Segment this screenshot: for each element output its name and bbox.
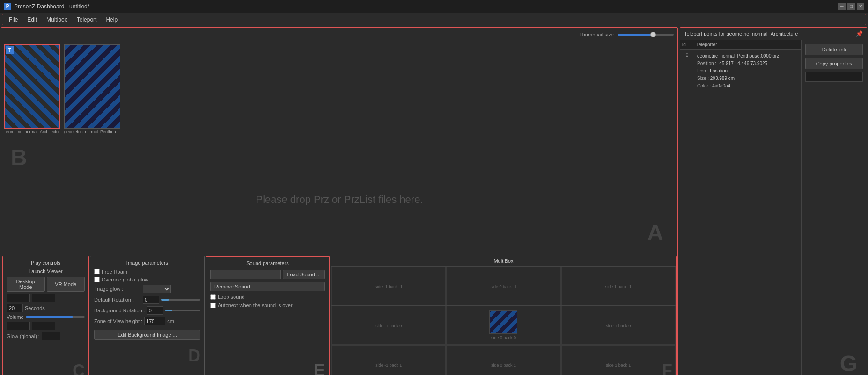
input-field-4[interactable] xyxy=(32,322,55,330)
image-glow-select[interactable] xyxy=(143,285,171,293)
menu-help[interactable]: Help xyxy=(101,15,122,24)
multibox-cell-7[interactable]: side 0 back 1 xyxy=(446,345,560,375)
free-roam-label: Free Roam xyxy=(102,269,127,274)
zone-view-input[interactable] xyxy=(144,317,165,325)
multibox-label-7: side 0 back 1 xyxy=(491,363,516,368)
teleport-panel-title: Teleport points for geometric_normal_Arc… xyxy=(684,31,798,36)
position-value: 45.917 14.446 73.9025 xyxy=(719,61,767,66)
remove-sound-button[interactable]: Remove Sound xyxy=(210,282,325,291)
panel-f: MultiBox side -1 back -1 side 0 back -1 … xyxy=(331,256,677,375)
color-label: Color : xyxy=(697,83,712,88)
multibox-cell-0[interactable]: side -1 back -1 xyxy=(331,267,446,305)
thumbnail-image-0[interactable]: T xyxy=(4,44,60,129)
multibox-cell-3[interactable]: side -1 back 0 xyxy=(331,306,446,345)
teleport-filename: geometric_normal_Penthouse.0000.prz xyxy=(697,52,798,60)
drop-zone[interactable]: Please drop Prz or PrzList files here. B… xyxy=(1,144,677,255)
minimize-button[interactable]: ─ xyxy=(838,3,846,10)
teleport-extra-input[interactable] xyxy=(805,72,863,82)
menu-teleport[interactable]: Teleport xyxy=(72,15,102,24)
thumbnail-item-0[interactable]: T eometric_normal_Architectu xyxy=(4,44,60,134)
content-area: Thumbnail size T eometric_normal_Archite… xyxy=(0,26,868,375)
multibox-label-5: side 1 back 0 xyxy=(606,324,631,328)
vr-mode-button[interactable]: VR Mode xyxy=(47,277,85,292)
loop-sound-label: Loop sound xyxy=(218,294,245,300)
thumbnail-size-slider[interactable] xyxy=(618,34,674,36)
copy-properties-button[interactable]: Copy properties xyxy=(805,58,863,69)
right-panel-content: id Teleporter 0 geometric_normal_Penthou… xyxy=(680,40,867,375)
global-glow-input[interactable] xyxy=(42,332,60,340)
right-panel-header: Teleport points for geometric_normal_Arc… xyxy=(680,28,867,40)
launch-viewer-label: Launch Viewer xyxy=(7,268,85,274)
input-field-1[interactable] xyxy=(7,294,30,302)
default-rotation-slider[interactable] xyxy=(161,299,200,301)
window-title: PresenZ Dashboard - untitled* xyxy=(14,3,89,10)
load-sound-button[interactable]: Load Sound ... xyxy=(283,270,325,279)
override-glow-checkbox[interactable] xyxy=(94,277,100,282)
t-badge: T xyxy=(6,46,14,54)
volume-label: Volume xyxy=(7,314,24,320)
multibox-label-8: side 1 back 1 xyxy=(606,363,631,368)
input-field-3[interactable] xyxy=(7,322,30,330)
default-rotation-input[interactable] xyxy=(143,296,159,304)
autonext-label: Autonext when the sound is over xyxy=(218,303,293,308)
bg-rotation-label: Background Rotation : xyxy=(94,308,145,313)
section-f-label: F xyxy=(662,361,672,375)
bg-rotation-input[interactable] xyxy=(147,306,163,315)
sound-params-title: Sound parameters xyxy=(210,260,325,266)
panel-e: Sound parameters Load Sound ... Remove S… xyxy=(206,256,330,375)
multibox-cell-6[interactable]: side -1 back 1 xyxy=(331,345,446,375)
main-panel: Thumbnail size T eometric_normal_Archite… xyxy=(1,27,678,375)
seconds-label: Seconds xyxy=(25,305,45,311)
multibox-label-0: side -1 back -1 xyxy=(375,284,403,289)
multibox-cell-5[interactable]: side 1 back 0 xyxy=(561,306,676,345)
maximize-button[interactable]: □ xyxy=(847,3,855,10)
section-c-label: C xyxy=(73,361,85,375)
sound-file-input[interactable] xyxy=(210,270,281,279)
delete-link-button[interactable]: Delete link xyxy=(805,44,863,55)
teleport-table-header: id Teleporter xyxy=(680,40,801,50)
autonext-checkbox[interactable] xyxy=(210,303,216,308)
multibox-cell-2[interactable]: side 1 back -1 xyxy=(561,267,676,305)
teleport-row-details-0: geometric_normal_Penthouse.0000.prz Posi… xyxy=(694,50,801,93)
teleport-actions: Delete link Copy properties xyxy=(801,40,867,375)
thumbnail-label-1: geometric_normal_Penthouse xyxy=(64,130,120,134)
multibox-cell-1[interactable]: side 0 back -1 xyxy=(446,267,560,305)
drop-zone-text: Please drop Prz or PrzList files here. xyxy=(256,194,423,206)
image-glow-label: Image glow : xyxy=(94,286,141,292)
size-label: Size : xyxy=(697,76,710,81)
panel-d: Image parameters Free Roam Override glob… xyxy=(90,256,205,375)
top-bar: Thumbnail size xyxy=(1,28,677,42)
menu-file[interactable]: File xyxy=(4,15,22,24)
thumbnail-label-0: eometric_normal_Architectu xyxy=(6,130,59,134)
teleport-table-row-0[interactable]: 0 geometric_normal_Penthouse.0000.prz Po… xyxy=(680,50,801,93)
section-g-label: G xyxy=(840,351,857,375)
section-b-label: B xyxy=(11,144,27,170)
menu-edit[interactable]: Edit xyxy=(22,15,42,24)
close-button[interactable]: ✕ xyxy=(857,3,864,10)
loop-sound-checkbox[interactable] xyxy=(210,294,216,300)
col-teleporter-header: Teleporter xyxy=(694,40,801,49)
edit-background-button[interactable]: Edit Background Image ... xyxy=(94,330,200,340)
multibox-label-3: side -1 back 0 xyxy=(375,324,402,328)
multibox-thumb-4 xyxy=(489,310,517,334)
pin-icon[interactable]: 📌 xyxy=(856,30,863,37)
thumbnail-image-1[interactable] xyxy=(64,44,120,129)
override-glow-label: Override global glow xyxy=(102,277,148,282)
thumbnail-size-label: Thumbnail size xyxy=(579,32,614,37)
thumbnails-row: T eometric_normal_Architectu geometric_n… xyxy=(1,42,677,144)
teleport-table: id Teleporter 0 geometric_normal_Penthou… xyxy=(680,40,801,375)
bg-rotation-slider[interactable] xyxy=(165,310,200,311)
multibox-cell-4[interactable]: side 0 back 0 xyxy=(446,306,560,345)
multibox-cell-8[interactable]: side 1 back 1 xyxy=(561,345,676,375)
input-field-2[interactable] xyxy=(32,294,55,302)
free-roam-checkbox[interactable] xyxy=(94,269,100,274)
right-panel: Teleport points for geometric_normal_Arc… xyxy=(680,27,867,375)
section-d-label: D xyxy=(188,346,200,366)
desktop-mode-button[interactable]: Desktop Mode xyxy=(7,277,45,292)
seconds-input[interactable] xyxy=(7,304,23,312)
multibox-title: MultiBox xyxy=(331,256,676,266)
thumbnail-item-1[interactable]: geometric_normal_Penthouse xyxy=(64,44,120,134)
multibox-grid: side -1 back -1 side 0 back -1 side 1 ba… xyxy=(331,266,676,375)
menu-multibox[interactable]: Multibox xyxy=(42,15,72,24)
volume-slider[interactable] xyxy=(26,316,85,318)
